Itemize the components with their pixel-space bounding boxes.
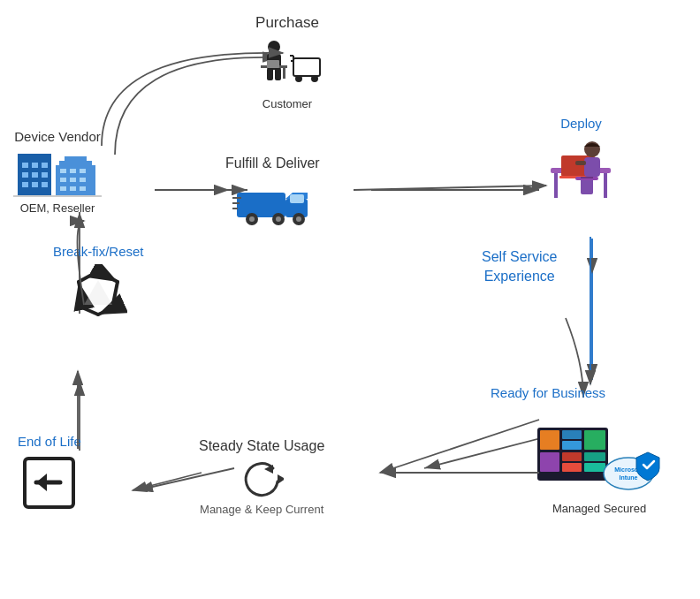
svg-rect-86	[584, 463, 605, 472]
svg-rect-69	[581, 177, 593, 178]
svg-rect-85	[584, 452, 605, 461]
end-of-life-node: End of Life	[18, 433, 81, 515]
break-fix-icon	[53, 264, 144, 322]
svg-point-53	[276, 216, 281, 222]
self-service-node: Self ServiceExperience	[482, 247, 557, 287]
svg-rect-37	[70, 169, 76, 173]
svg-rect-26	[42, 163, 48, 168]
diagram: Purchase Cus	[0, 0, 700, 599]
svg-line-96	[133, 473, 202, 490]
svg-rect-40	[70, 178, 76, 182]
svg-rect-30	[22, 182, 28, 187]
svg-rect-81	[584, 430, 605, 450]
svg-rect-29	[42, 172, 48, 178]
svg-rect-78	[540, 430, 559, 450]
svg-rect-28	[32, 172, 38, 178]
svg-rect-39	[60, 178, 66, 182]
purchase-node: Purchase Cus	[247, 13, 327, 112]
steady-state-node: Steady State Usage Manage & Keep Current	[199, 437, 324, 518]
svg-point-55	[296, 216, 301, 222]
svg-rect-25	[32, 163, 38, 168]
svg-rect-38	[80, 169, 86, 173]
svg-rect-11	[267, 68, 273, 80]
svg-point-20	[311, 75, 318, 82]
self-service-label: Self ServiceExperience	[482, 247, 557, 287]
svg-rect-83	[562, 452, 582, 461]
svg-marker-76	[36, 474, 47, 491]
manage-current-label: Manage & Keep Current	[199, 503, 324, 518]
fulfill-label: Fulfill & Deliver	[225, 155, 320, 173]
customer-label: Customer	[247, 97, 327, 112]
break-fix-node: Break-fix/Reset	[53, 243, 144, 325]
svg-rect-80	[562, 441, 582, 450]
svg-rect-79	[562, 430, 582, 439]
svg-rect-42	[60, 186, 66, 191]
device-vendor-node: Device Vendor	[13, 128, 102, 216]
svg-point-19	[295, 75, 302, 82]
svg-rect-43	[70, 186, 76, 191]
svg-line-95	[380, 420, 539, 473]
svg-rect-31	[32, 182, 38, 187]
steady-state-icon	[199, 459, 324, 499]
svg-rect-24	[22, 163, 28, 168]
managed-secured-icon: Microsoft Intune	[537, 428, 661, 498]
managed-secured-node: Microsoft Intune Managed Secured	[537, 424, 661, 517]
end-of-life-label: End of Life	[18, 433, 81, 451]
oem-reseller-label: OEM, Reseller	[13, 201, 102, 216]
svg-point-51	[249, 216, 255, 222]
svg-rect-66	[575, 161, 586, 165]
break-fix-label: Break-fix/Reset	[53, 243, 144, 261]
end-of-life-icon	[18, 454, 81, 512]
svg-point-9	[268, 41, 280, 53]
device-vendor-icon	[13, 149, 102, 198]
svg-rect-82	[540, 452, 559, 472]
svg-rect-65	[584, 157, 600, 177]
deploy-label: Deploy	[544, 115, 619, 133]
svg-rect-14	[283, 66, 285, 79]
svg-rect-59	[554, 173, 558, 198]
svg-marker-72	[278, 474, 284, 484]
fulfill-node: Fulfill & Deliver	[225, 155, 320, 229]
fulfill-icon	[225, 177, 320, 225]
svg-rect-32	[42, 182, 48, 187]
svg-rect-36	[60, 169, 66, 173]
managed-secured-label: Managed Secured	[537, 502, 661, 517]
ready-for-business-node: Ready for Business	[491, 384, 605, 402]
deploy-icon	[544, 136, 619, 202]
svg-rect-60	[604, 173, 607, 198]
svg-rect-21	[267, 60, 279, 68]
purchase-label: Purchase	[247, 13, 327, 33]
svg-rect-23	[18, 154, 51, 161]
svg-rect-44	[80, 186, 86, 191]
svg-rect-84	[562, 463, 582, 472]
svg-marker-71	[84, 280, 112, 305]
svg-rect-12	[275, 68, 281, 80]
svg-rect-27	[22, 172, 28, 178]
svg-rect-35	[65, 156, 87, 163]
svg-rect-49	[290, 194, 304, 203]
device-vendor-label: Device Vendor	[13, 128, 102, 146]
svg-line-93	[354, 186, 546, 190]
ready-label: Ready for Business	[491, 384, 605, 402]
svg-text:Intune: Intune	[620, 474, 638, 481]
purchase-icon	[247, 36, 327, 94]
svg-rect-41	[80, 178, 86, 182]
deploy-node: Deploy	[544, 115, 619, 206]
steady-state-label: Steady State Usage	[199, 437, 324, 456]
svg-rect-15	[293, 58, 320, 76]
svg-rect-45	[13, 195, 102, 197]
